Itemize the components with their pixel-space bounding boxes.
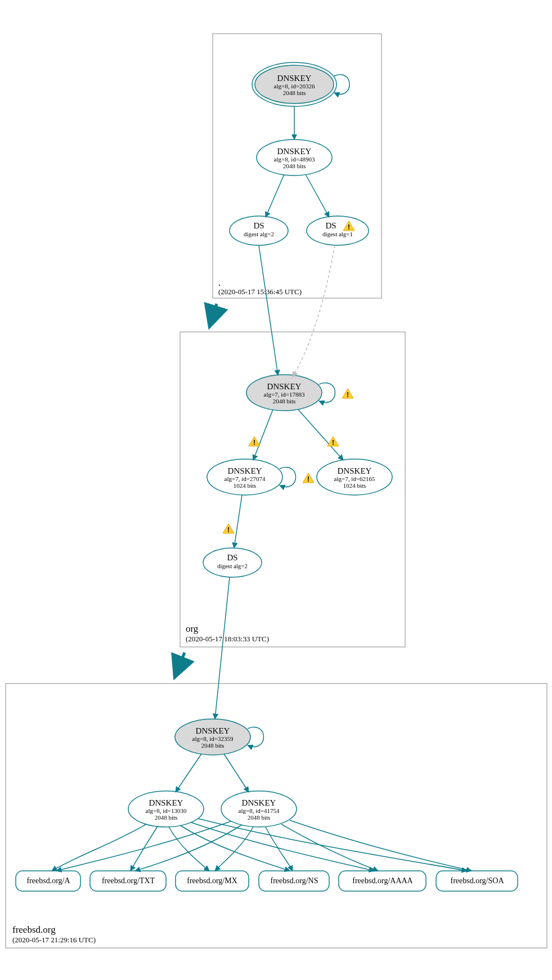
zone-org-label: org — [186, 623, 199, 634]
edge-zone-root-org — [209, 304, 217, 327]
node-root-ksk: DNSKEY alg=8, id=20326 2048 bits — [252, 62, 336, 106]
svg-text:alg=7, id=62165: alg=7, id=62165 — [334, 475, 375, 482]
svg-text:DNSKEY: DNSKEY — [267, 382, 302, 391]
svg-text:DS: DS — [253, 221, 264, 230]
rrset-soa: freebsd.org/SOA — [450, 876, 504, 885]
rrset-txt: freebsd.org/TXT — [102, 876, 155, 885]
svg-text:alg=8, id=41754: alg=8, id=41754 — [239, 807, 280, 814]
node-org-zsk2: DNSKEY alg=7, id=62165 1024 bits — [317, 459, 392, 495]
svg-text:DNSKEY: DNSKEY — [242, 798, 276, 807]
svg-text:1024 bits: 1024 bits — [234, 482, 257, 489]
dnssec-diagram: ! . (2020-05-17 15:36:45 UTC) DNSKEY alg… — [0, 0, 552, 980]
svg-text:1024 bits: 1024 bits — [343, 482, 366, 489]
svg-text:alg=8, id=20326: alg=8, id=20326 — [274, 83, 315, 89]
svg-text:digest alg=2: digest alg=2 — [244, 231, 274, 237]
svg-text:DNSKEY: DNSKEY — [338, 466, 372, 475]
node-fbsd-zsk1: DNSKEY alg=8, id=13030 2048 bits — [128, 791, 204, 827]
rrset-aaaa: freebsd.org/AAAA — [352, 876, 413, 885]
svg-text:alg=7, id=17883: alg=7, id=17883 — [264, 391, 305, 398]
zone-root-timestamp: (2020-05-17 15:36:45 UTC) — [218, 287, 302, 296]
node-org-ds: DS digest alg=2 — [203, 548, 262, 577]
svg-text:DS: DS — [227, 553, 237, 562]
rrset-row: freebsd.org/A freebsd.org/TXT freebsd.or… — [16, 871, 518, 891]
svg-text:2048 bits: 2048 bits — [283, 163, 306, 169]
node-root-zsk: DNSKEY alg=8, id=48903 2048 bits — [257, 140, 332, 176]
zone-freebsd-timestamp: (2020-05-17 21:29:16 UTC) — [12, 936, 96, 944]
svg-text:2048 bits: 2048 bits — [155, 814, 178, 821]
node-org-ksk: DNSKEY alg=7, id=17883 2048 bits — [246, 375, 322, 411]
rrset-ns: freebsd.org/NS — [271, 876, 318, 885]
rrset-a: freebsd.org/A — [26, 876, 70, 885]
zone-freebsd-label: freebsd.org — [12, 924, 56, 935]
node-org-zsk1: DNSKEY alg=7, id=27074 1024 bits — [207, 459, 282, 495]
node-fbsd-ksk: DNSKEY alg=8, id=32359 2048 bits — [175, 719, 250, 755]
svg-text:2048 bits: 2048 bits — [248, 814, 271, 821]
zone-org: org (2020-05-17 18:03:33 UTC) DNSKEY alg… — [180, 245, 405, 647]
zone-root: . (2020-05-17 15:36:45 UTC) DNSKEY alg=8… — [213, 34, 382, 298]
svg-text:2048 bits: 2048 bits — [283, 89, 306, 96]
svg-text:alg=8, id=48903: alg=8, id=48903 — [274, 156, 315, 163]
svg-text:DS: DS — [325, 221, 336, 230]
svg-text:DNSKEY: DNSKEY — [228, 466, 262, 475]
svg-text:alg=8, id=13030: alg=8, id=13030 — [146, 807, 187, 814]
svg-text:alg=8, id=32359: alg=8, id=32359 — [192, 735, 234, 742]
svg-text:DNSKEY: DNSKEY — [277, 74, 312, 83]
zone-org-timestamp: (2020-05-17 18:03:33 UTC) — [186, 635, 269, 643]
svg-text:2048 bits: 2048 bits — [201, 742, 225, 749]
node-root-ds2: DS digest alg=1 — [307, 216, 369, 245]
svg-text:digest alg=2: digest alg=2 — [217, 563, 248, 569]
zone-root-label: . — [218, 277, 221, 288]
edge-zone-org-freebsd — [174, 653, 185, 678]
svg-text:DNSKEY: DNSKEY — [277, 147, 312, 156]
svg-text:DNSKEY: DNSKEY — [196, 726, 230, 735]
svg-text:DNSKEY: DNSKEY — [149, 798, 183, 807]
node-root-ds1: DS digest alg=2 — [230, 216, 288, 245]
node-fbsd-zsk2: DNSKEY alg=8, id=41754 2048 bits — [221, 791, 297, 827]
rrset-mx: freebsd.org/MX — [187, 876, 237, 885]
svg-text:digest alg=1: digest alg=1 — [322, 231, 353, 237]
svg-text:2048 bits: 2048 bits — [273, 398, 296, 404]
svg-text:alg=7, id=27074: alg=7, id=27074 — [225, 475, 266, 482]
